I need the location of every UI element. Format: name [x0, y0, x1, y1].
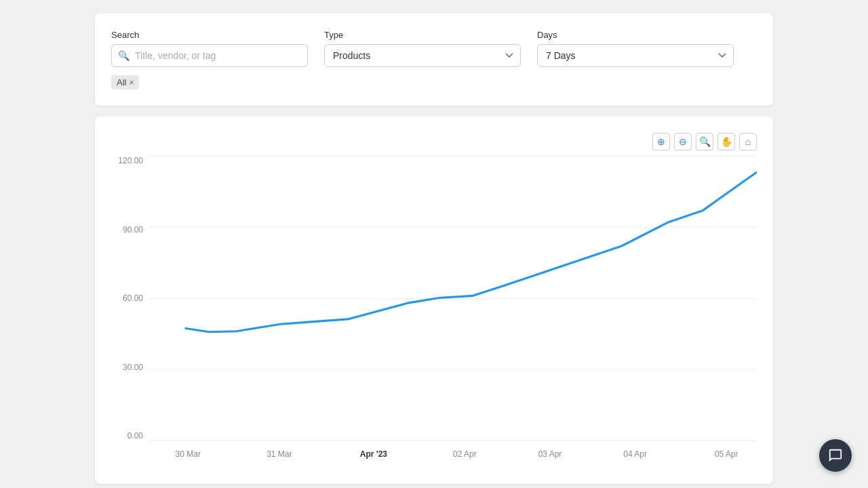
chart-line [186, 172, 757, 332]
days-group: Days 7 Days 14 Days 30 Days 90 Days [537, 30, 734, 67]
line-chart-svg [149, 156, 757, 440]
type-label: Type [324, 30, 521, 40]
y-label-120: 120.00 [118, 156, 143, 165]
type-group: Type Products Vendors Tags [324, 30, 521, 67]
y-label-60: 60.00 [123, 293, 143, 303]
y-label-90: 90.00 [123, 225, 143, 235]
home-button[interactable]: ⌂ [739, 133, 757, 150]
pan-button[interactable]: ✋ [717, 133, 735, 150]
x-label-04apr: 04 Apr [623, 449, 647, 459]
search-icon: 🔍 [118, 50, 130, 61]
zoom-in-button[interactable]: ⊕ [652, 133, 670, 150]
chat-button[interactable] [819, 439, 852, 472]
chart-container: 120.00 90.00 60.00 30.00 0.00 [111, 156, 757, 468]
search-group: Search 🔍 [111, 30, 308, 67]
chart-card: ⊕ ⊖ 🔍 ✋ ⌂ 120.00 90.00 60.00 30.00 0.00 [95, 117, 773, 484]
search-wrapper: 🔍 [111, 44, 308, 67]
search-label: Search [111, 30, 308, 40]
tag-close-button[interactable]: × [129, 79, 134, 87]
type-select[interactable]: Products Vendors Tags [324, 44, 521, 67]
x-label-03apr: 03 Apr [538, 449, 562, 459]
search-input[interactable] [111, 44, 308, 67]
zoom-reset-button[interactable]: 🔍 [696, 133, 713, 150]
zoom-out-button[interactable]: ⊖ [674, 133, 692, 150]
x-label-31mar: 31 Mar [267, 449, 292, 459]
x-label-apr23: Apr '23 [360, 449, 387, 459]
filter-card: Search 🔍 Type Products Vendors Tags Days… [95, 14, 773, 106]
y-axis-labels: 120.00 90.00 60.00 30.00 0.00 [111, 156, 149, 441]
x-label-30mar: 30 Mar [176, 449, 201, 459]
x-axis-labels: 30 Mar 31 Mar Apr '23 02 Apr 03 Apr 04 A… [149, 441, 757, 468]
y-label-30: 30.00 [123, 363, 143, 372]
all-tag: All × [111, 75, 139, 89]
days-label: Days [537, 30, 734, 40]
chart-area [149, 156, 757, 441]
x-label-02apr: 02 Apr [453, 449, 477, 459]
tag-row: All × [111, 75, 757, 89]
chart-toolbar: ⊕ ⊖ 🔍 ✋ ⌂ [111, 133, 757, 150]
y-label-0: 0.00 [127, 431, 143, 441]
tag-label: All [117, 77, 126, 87]
chat-icon [828, 448, 843, 463]
x-label-05apr: 05 Apr [715, 449, 738, 459]
days-select[interactable]: 7 Days 14 Days 30 Days 90 Days [537, 44, 734, 67]
filters-row: Search 🔍 Type Products Vendors Tags Days… [111, 30, 757, 67]
